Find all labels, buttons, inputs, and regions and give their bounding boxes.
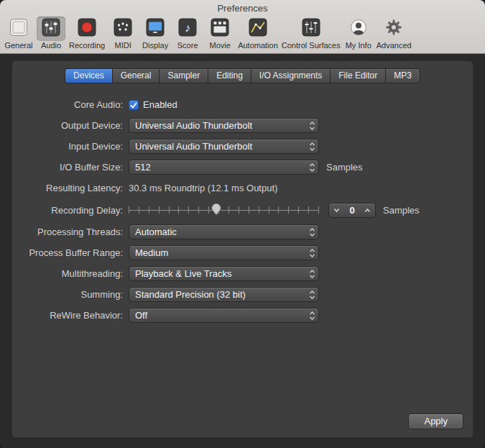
toolbar-item-label: Control Surfaces [282,41,341,50]
general-icon [9,18,28,40]
process-buffer-range-label: Process Buffer Range: [12,247,129,258]
popup-value: Universal Audio Thunderbolt [135,120,309,131]
resulting-latency-row: Resulting Latency: 30.3 ms Roundtrip (12… [12,178,473,198]
devices-form: Core Audio: Enabled Output Device: Unive… [12,94,473,326]
toolbar-item-display[interactable]: Display [141,17,170,50]
toolbar-item-general[interactable]: General [4,17,33,50]
toolbar-item-audio[interactable]: Audio [37,17,65,50]
input-device-popup[interactable]: Universal Audio Thunderbolt [129,139,319,154]
popup-value: Universal Audio Thunderbolt [135,141,309,152]
process-buffer-range-popup[interactable]: Medium [129,245,319,260]
toolbar-item-label: Score [177,41,198,50]
tab-bar: Devices General Sampler Editing I/O Assi… [12,68,473,83]
popup-chevrons-icon [309,227,315,237]
popup-value: Medium [135,247,309,258]
toolbar: Preferences General Audio Recording [0,0,485,54]
output-device-popup[interactable]: Universal Audio Thunderbolt [129,118,319,133]
summing-popup[interactable]: Standard Precision (32 bit) [129,287,319,302]
popup-value: Playback & Live Tracks [135,268,309,279]
audio-faders-icon [42,18,60,40]
rewire-behavior-label: ReWire Behavior: [12,310,129,321]
toolbar-item-label: Recording [69,41,105,50]
core-audio-checkbox-label[interactable]: Enabled [143,99,177,110]
process-buffer-range-row: Process Buffer Range: Medium [12,242,473,263]
tab-mp3[interactable]: MP3 [386,68,420,83]
stepper-down-button[interactable] [333,208,340,213]
display-monitor-icon [146,18,165,40]
film-strip-icon [211,18,229,40]
person-icon [349,18,368,40]
popup-chevrons-icon [309,121,315,131]
checkmark-icon [130,99,137,111]
preferences-window: Preferences General Audio Recording [0,0,485,448]
toolbar-item-label: General [4,41,32,50]
toolbar-item-label: Display [142,41,168,50]
io-buffer-size-row: I/O Buffer Size: 512 Samples [12,157,473,178]
popup-value: Off [135,310,309,321]
core-audio-checkbox[interactable] [129,100,139,110]
toolbar-item-score[interactable]: ♪ Score [173,17,202,50]
processing-threads-popup[interactable]: Automatic [129,224,319,239]
content-area: Devices General Sampler Editing I/O Assi… [0,54,485,448]
stepper-up-button[interactable] [364,208,371,213]
multithreading-popup[interactable]: Playback & Live Tracks [129,266,319,281]
gear-icon [384,18,403,40]
recording-delay-stepper[interactable]: 0 [328,203,376,218]
output-device-row: Output Device: Universal Audio Thunderbo… [12,115,473,136]
rewire-behavior-popup[interactable]: Off [129,308,319,323]
toolbar-item-label: Audio [41,41,61,50]
toolbar-item-label: Automation [238,41,278,50]
automation-curve-icon [249,18,267,40]
popup-value: Standard Precision (32 bit) [135,289,309,300]
popup-value: 512 [135,162,309,173]
toolbar-item-recording[interactable]: Recording [69,17,105,50]
tab-editing[interactable]: Editing [208,68,251,83]
toolbar-item-label: Movie [209,41,230,50]
toolbar-item-midi[interactable]: MIDI [108,17,137,50]
tab-sampler[interactable]: Sampler [160,68,208,83]
output-device-label: Output Device: [12,120,129,131]
toolbar-item-my-info[interactable]: My Info [344,17,373,50]
recording-delay-slider-thumb[interactable] [211,204,221,219]
tab-devices[interactable]: Devices [65,68,113,83]
toolbar-item-advanced[interactable]: Advanced [377,17,412,50]
popup-chevrons-icon [309,163,315,173]
io-buffer-size-unit: Samples [326,162,363,173]
recording-delay-unit: Samples [383,205,420,216]
input-device-label: Input Device: [12,141,129,152]
resulting-latency-label: Resulting Latency: [12,183,129,193]
processing-threads-label: Processing Threads: [12,227,129,237]
core-audio-label: Core Audio: [12,99,129,110]
multithreading-label: Multithreading: [12,268,129,279]
toolbar-item-automation[interactable]: Automation [238,17,278,50]
popup-chevrons-icon [309,269,315,279]
recording-delay-row: Recording Delay: 0 Samples [12,198,473,221]
toolbar-items: General Audio Recording MIDI [0,17,485,53]
toolbar-item-label: Advanced [377,41,412,50]
popup-chevrons-icon [309,142,315,152]
tab-general[interactable]: General [113,68,160,83]
io-buffer-size-popup[interactable]: 512 [129,160,319,175]
audio-preferences-panel: Devices General Sampler Editing I/O Assi… [11,60,474,438]
recording-delay-label: Recording Delay: [12,205,129,216]
resulting-latency-value: 30.3 ms Roundtrip (12.1 ms Output) [129,183,277,193]
recording-delay-slider[interactable] [129,203,319,217]
summing-row: Summing: Standard Precision (32 bit) [12,284,473,305]
toolbar-item-control-surfaces[interactable]: Control Surfaces [282,17,341,50]
toolbar-item-movie[interactable]: Movie [205,17,234,50]
tab-file-editor[interactable]: File Editor [331,68,386,83]
recording-delay-value[interactable]: 0 [349,205,354,216]
window-title: Preferences [0,0,485,17]
slider-ticks [129,206,319,214]
music-note-icon: ♪ [178,18,197,40]
mixer-faders-icon [302,18,320,40]
input-device-row: Input Device: Universal Audio Thunderbol… [12,136,473,157]
summing-label: Summing: [12,289,129,300]
tab-io-assignments[interactable]: I/O Assignments [251,68,331,83]
rewire-behavior-row: ReWire Behavior: Off [12,305,473,326]
popup-value: Automatic [135,227,309,237]
apply-button[interactable]: Apply [408,413,463,429]
processing-threads-row: Processing Threads: Automatic [12,221,473,242]
popup-chevrons-icon [309,311,315,321]
record-circle-icon [78,18,96,40]
